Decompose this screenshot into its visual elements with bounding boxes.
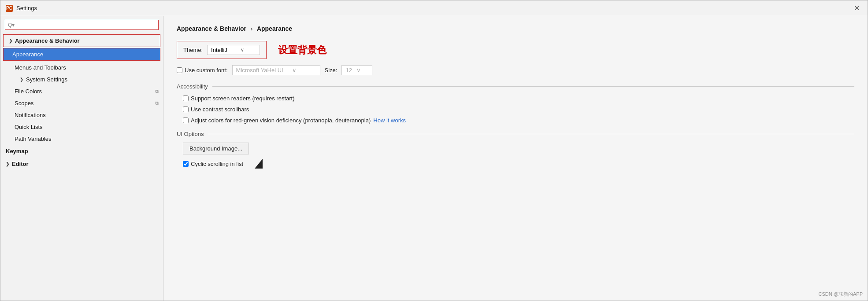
- sidebar-item-label: Quick Lists: [15, 124, 43, 130]
- cyclic-scrolling-checkbox[interactable]: [183, 161, 189, 167]
- background-image-button[interactable]: Background Image...: [183, 143, 249, 154]
- sidebar-item-label: Scopes: [15, 100, 33, 106]
- title-bar: PC Settings ✕: [0, 0, 868, 16]
- window-title: Settings: [16, 5, 37, 11]
- accessibility-label: Accessibility: [177, 83, 208, 90]
- sidebar-item-quick-lists[interactable]: Quick Lists: [0, 121, 163, 133]
- settings-window: PC Settings ✕ Q▾ ❯ Appearance & Behavior…: [0, 0, 868, 301]
- custom-font-checkbox[interactable]: [177, 67, 182, 73]
- cyclic-scrolling-text: Cyclic scrolling in list: [191, 161, 243, 167]
- sidebar-item-scopes[interactable]: Scopes ⧉: [0, 97, 163, 109]
- sidebar-item-notifications[interactable]: Notifications: [0, 109, 163, 121]
- separator-line: [208, 134, 854, 134]
- adjust-colors-text: Adjust colors for red-green vision defic…: [191, 117, 371, 124]
- custom-font-checkbox-label[interactable]: Use custom font:: [177, 67, 228, 73]
- chevron-down-icon: ∨: [292, 67, 297, 73]
- size-select[interactable]: 12 ∨: [341, 65, 372, 75]
- sidebar-item-label: Appearance: [12, 51, 43, 58]
- sidebar-item-menus-toolbars[interactable]: Menus and Toolbars: [0, 62, 163, 73]
- adjust-colors-checkbox[interactable]: [183, 117, 189, 123]
- cyclic-scrolling-label[interactable]: Cyclic scrolling in list: [183, 161, 243, 167]
- sidebar-item-appearance[interactable]: Appearance: [3, 48, 160, 61]
- sidebar-item-label: Editor: [12, 161, 29, 167]
- copy-icon: ⧉: [155, 88, 159, 94]
- custom-font-label: Use custom font:: [185, 67, 228, 73]
- font-select[interactable]: Microsoft YaHei UI ∨: [232, 65, 320, 75]
- sidebar: Q▾ ❯ Appearance & Behavior Appearance Me…: [0, 16, 163, 301]
- ui-options-label: UI Options: [177, 131, 204, 137]
- sidebar-item-keymap[interactable]: Keymap: [0, 145, 163, 158]
- sidebar-item-appearance-behavior[interactable]: ❯ Appearance & Behavior: [3, 34, 160, 47]
- chevron-right-icon: ❯: [6, 162, 9, 166]
- theme-select-value: IntelliJ: [211, 47, 227, 53]
- screen-readers-checkbox[interactable]: [183, 95, 189, 101]
- sidebar-item-system-settings[interactable]: ❯ System Settings: [0, 73, 163, 85]
- main-layout: Q▾ ❯ Appearance & Behavior Appearance Me…: [0, 16, 868, 301]
- sidebar-section-label: Appearance & Behavior: [15, 37, 80, 44]
- ui-options-separator: UI Options: [177, 131, 854, 137]
- screen-readers-row: Support screen readers (requires restart…: [177, 95, 854, 102]
- theme-box: Theme: IntelliJ ∨: [177, 41, 267, 59]
- chevron-right-icon: ❯: [20, 77, 23, 82]
- theme-row: Theme: IntelliJ ∨ 设置背景色: [177, 41, 854, 59]
- close-button[interactable]: ✕: [851, 3, 862, 13]
- font-select-value: Microsoft YaHei UI: [236, 67, 283, 73]
- bg-image-row: Background Image...: [177, 143, 854, 154]
- chevron-down-icon: ❯: [9, 38, 12, 43]
- sidebar-nav: ❯ Appearance & Behavior Appearance Menus…: [0, 33, 163, 301]
- breadcrumb-part1: Appearance & Behavior: [177, 25, 246, 32]
- sidebar-item-label: Keymap: [6, 148, 28, 154]
- adjust-colors-row: Adjust colors for red-green vision defic…: [177, 117, 854, 124]
- watermark: CSDN @联新的APP: [819, 291, 863, 297]
- breadcrumb-part2: Appearance: [257, 25, 292, 32]
- theme-select[interactable]: IntelliJ ∨: [207, 45, 260, 55]
- accessibility-separator: Accessibility: [177, 83, 854, 90]
- sidebar-item-label: System Settings: [26, 76, 67, 83]
- screen-readers-text: Support screen readers (requires restart…: [191, 95, 295, 102]
- search-box[interactable]: Q▾: [5, 20, 159, 30]
- contrast-scrollbars-checkbox[interactable]: [183, 106, 189, 112]
- breadcrumb: Appearance & Behavior › Appearance: [177, 25, 854, 32]
- sidebar-item-label: Notifications: [15, 112, 46, 118]
- annotation-text: 设置背景色: [278, 44, 326, 57]
- sidebar-item-path-variables[interactable]: Path Variables: [0, 133, 163, 145]
- sidebar-item-label: Menus and Toolbars: [15, 64, 66, 71]
- sidebar-item-label: File Colors: [15, 88, 42, 95]
- app-icon: PC: [6, 5, 13, 12]
- how-it-works-link[interactable]: How it works: [373, 117, 406, 124]
- chevron-down-icon: ∨: [241, 47, 244, 53]
- contrast-scrollbars-text: Use contrast scrollbars: [191, 106, 249, 113]
- separator-line: [212, 86, 854, 87]
- title-bar-left: PC Settings: [6, 5, 37, 12]
- sidebar-item-editor[interactable]: ❯ Editor: [0, 158, 163, 170]
- theme-label: Theme:: [183, 47, 203, 53]
- contrast-scrollbars-label[interactable]: Use contrast scrollbars: [183, 106, 249, 113]
- adjust-colors-label[interactable]: Adjust colors for red-green vision defic…: [183, 117, 371, 124]
- cursor-arrow-icon: [255, 159, 263, 169]
- contrast-scrollbars-row: Use contrast scrollbars: [177, 106, 854, 113]
- cyclic-scrolling-row: Cyclic scrolling in list: [177, 159, 854, 169]
- screen-readers-label[interactable]: Support screen readers (requires restart…: [183, 95, 295, 102]
- chevron-down-icon: ∨: [356, 67, 361, 73]
- size-select-value: 12: [345, 67, 352, 73]
- sidebar-item-file-colors[interactable]: File Colors ⧉: [0, 85, 163, 97]
- main-content: Appearance & Behavior › Appearance Theme…: [163, 16, 868, 301]
- sidebar-item-label: Path Variables: [15, 136, 52, 142]
- search-icon: Q▾: [8, 22, 15, 28]
- search-input[interactable]: [16, 22, 156, 28]
- breadcrumb-separator: ›: [251, 25, 253, 32]
- size-label: Size:: [325, 67, 338, 73]
- font-row: Use custom font: Microsoft YaHei UI ∨ Si…: [177, 65, 854, 75]
- copy-icon: ⧉: [155, 100, 159, 106]
